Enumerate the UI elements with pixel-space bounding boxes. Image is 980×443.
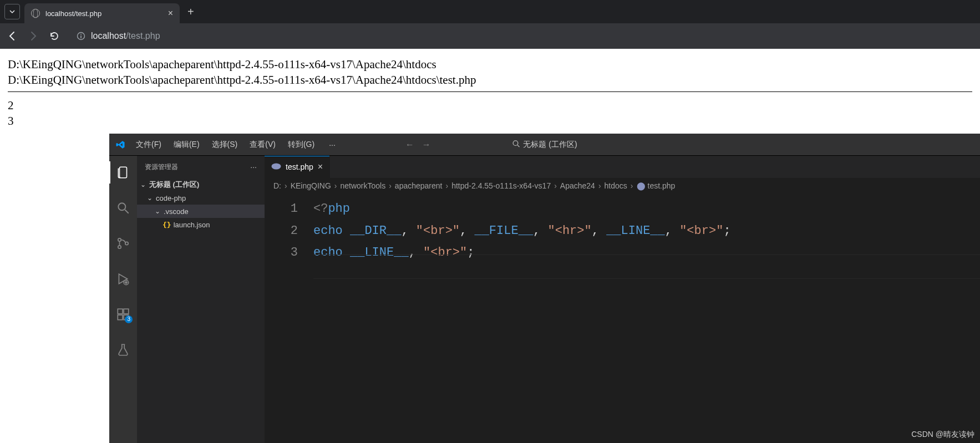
tab-strip: localhost/test.php × + bbox=[0, 0, 980, 23]
activity-debug-icon[interactable] bbox=[109, 268, 137, 290]
svg-rect-14 bbox=[124, 309, 129, 314]
site-info-icon[interactable] bbox=[77, 32, 85, 40]
svg-line-4 bbox=[517, 145, 520, 147]
menu-view[interactable]: 查看(V) bbox=[244, 138, 281, 152]
line-number: 2 bbox=[265, 220, 313, 242]
workspace-root-label: 无标题 (工作区) bbox=[149, 180, 199, 190]
editor-tab-label: test.php bbox=[286, 162, 313, 171]
svg-rect-11 bbox=[118, 309, 123, 314]
svg-point-15 bbox=[272, 163, 281, 169]
editor-tab-test-php[interactable]: test.php × bbox=[265, 156, 330, 178]
menu-select[interactable]: 选择(S) bbox=[206, 138, 243, 152]
file-label: launch.json bbox=[174, 221, 210, 229]
activity-testing-icon[interactable] bbox=[109, 339, 137, 361]
code-line: <?php bbox=[313, 198, 980, 220]
workspace-root-row[interactable]: ⌄ 无标题 (工作区) bbox=[137, 178, 265, 191]
svg-rect-1 bbox=[80, 35, 82, 38]
globe-icon bbox=[31, 9, 40, 18]
explorer-sidebar: 资源管理器 ··· ⌄ 无标题 (工作区) ⌄ code-php ⌄ .vsco… bbox=[137, 156, 265, 443]
code-line: echo __LINE__, "<br>"; bbox=[313, 242, 980, 264]
php-icon bbox=[271, 163, 281, 171]
close-tab-icon[interactable]: × bbox=[318, 162, 323, 172]
code-line: echo __DIR__, "<br>", __FILE__, "<hr>", … bbox=[313, 220, 980, 242]
explorer-more-icon[interactable]: ··· bbox=[250, 162, 257, 171]
svg-point-5 bbox=[118, 203, 125, 210]
crumb[interactable]: networkTools bbox=[340, 181, 385, 190]
back-button[interactable] bbox=[6, 30, 19, 42]
svg-point-8 bbox=[118, 246, 121, 248]
svg-rect-12 bbox=[118, 315, 123, 320]
vscode-window: 文件(F) 编辑(E) 选择(S) 查看(V) 转到(G) ··· ← → 无标… bbox=[109, 134, 980, 443]
folder-label: code-php bbox=[156, 194, 186, 202]
svg-point-3 bbox=[513, 141, 518, 146]
explorer-title: 资源管理器 bbox=[145, 162, 178, 172]
svg-rect-2 bbox=[80, 34, 82, 35]
folder-label: .vscode bbox=[164, 207, 189, 216]
address-bar[interactable]: localhost/test.php bbox=[69, 27, 168, 45]
vscode-titlebar[interactable]: 文件(F) 编辑(E) 选择(S) 查看(V) 转到(G) ··· ← → 无标… bbox=[109, 134, 980, 156]
vscode-title-center[interactable]: 无标题 (工作区) bbox=[512, 140, 577, 150]
menu-edit[interactable]: 编辑(E) bbox=[168, 138, 205, 152]
code-editor[interactable]: 1 <?php 2 echo __DIR__, "<br>", __FILE__… bbox=[265, 194, 980, 443]
breadcrumbs[interactable]: D:› KEingQING› networkTools› apacheparen… bbox=[265, 178, 980, 194]
menu-file[interactable]: 文件(F) bbox=[130, 138, 167, 152]
vscode-title: 无标题 (工作区) bbox=[523, 140, 577, 150]
crumb[interactable]: htdocs bbox=[605, 181, 627, 190]
crumb[interactable]: apacheparent bbox=[395, 181, 443, 190]
activity-scm-icon[interactable] bbox=[109, 232, 137, 254]
crumb[interactable]: KEingQING bbox=[291, 181, 331, 190]
output-line-3: 3 bbox=[8, 113, 972, 129]
extensions-badge: 3 bbox=[125, 315, 133, 323]
page-content: D:\KEingQING\networkTools\apacheparent\h… bbox=[0, 49, 980, 130]
output-hr bbox=[8, 91, 972, 92]
crumb[interactable]: D: bbox=[273, 181, 281, 190]
url-text: localhost/test.php bbox=[91, 31, 160, 41]
output-line-2: 2 bbox=[8, 98, 972, 113]
output-dir: D:\KEingQING\networkTools\apacheparent\h… bbox=[8, 57, 972, 72]
new-tab-button[interactable]: + bbox=[184, 6, 197, 18]
tab-title: localhost/test.php bbox=[45, 9, 101, 18]
close-tab-icon[interactable]: × bbox=[168, 8, 173, 18]
forward-button[interactable] bbox=[27, 30, 40, 42]
svg-line-6 bbox=[125, 210, 129, 213]
php-icon: ⬤ bbox=[637, 181, 646, 190]
search-icon bbox=[512, 140, 520, 149]
window-menu-button[interactable] bbox=[4, 4, 20, 19]
menu-go[interactable]: 转到(G) bbox=[282, 138, 320, 152]
reload-button[interactable] bbox=[48, 31, 61, 41]
editor-area: test.php × D:› KEingQING› networkTools› … bbox=[265, 156, 980, 443]
json-icon: {} bbox=[163, 221, 171, 229]
vscode-menu: 文件(F) 编辑(E) 选择(S) 查看(V) 转到(G) bbox=[130, 138, 320, 152]
nav-forward-icon[interactable]: → bbox=[422, 140, 431, 150]
line-number: 3 bbox=[265, 242, 313, 264]
crumb-file[interactable]: ⬤test.php bbox=[637, 181, 676, 190]
vscode-nav: ← → bbox=[405, 140, 431, 150]
browser-toolbar: localhost/test.php bbox=[0, 23, 980, 49]
crumb[interactable]: httpd-2.4.55-o111s-x64-vs17 bbox=[451, 181, 551, 190]
svg-point-7 bbox=[118, 238, 121, 241]
folder-code-php[interactable]: ⌄ code-php bbox=[137, 191, 265, 205]
browser-tab[interactable]: localhost/test.php × bbox=[24, 3, 180, 23]
activity-search-icon[interactable] bbox=[109, 197, 137, 219]
chevron-down-icon: ⌄ bbox=[155, 207, 161, 215]
watermark: CSDN @晴友读钟 bbox=[911, 430, 974, 440]
folder-vscode[interactable]: ⌄ .vscode bbox=[137, 205, 265, 218]
chevron-down-icon: ⌄ bbox=[147, 194, 154, 202]
vscode-logo-icon bbox=[115, 139, 126, 150]
crumb[interactable]: Apache24 bbox=[560, 181, 595, 190]
activity-extensions-icon[interactable]: 3 bbox=[109, 303, 137, 325]
nav-back-icon[interactable]: ← bbox=[405, 140, 414, 150]
activity-explorer-icon[interactable] bbox=[109, 161, 137, 184]
file-launch-json[interactable]: {} launch.json bbox=[137, 218, 265, 231]
explorer-header: 资源管理器 ··· bbox=[137, 156, 265, 178]
chevron-down-icon: ⌄ bbox=[140, 181, 147, 189]
menu-more[interactable]: ··· bbox=[324, 140, 340, 149]
browser-chrome: localhost/test.php × + localhost/test.ph… bbox=[0, 0, 980, 49]
activity-bar: 3 bbox=[109, 156, 137, 443]
line-number: 1 bbox=[265, 198, 313, 220]
editor-tabs: test.php × bbox=[265, 156, 980, 178]
output-file: D:\KEingQING\networkTools\apacheparent\h… bbox=[8, 72, 972, 88]
